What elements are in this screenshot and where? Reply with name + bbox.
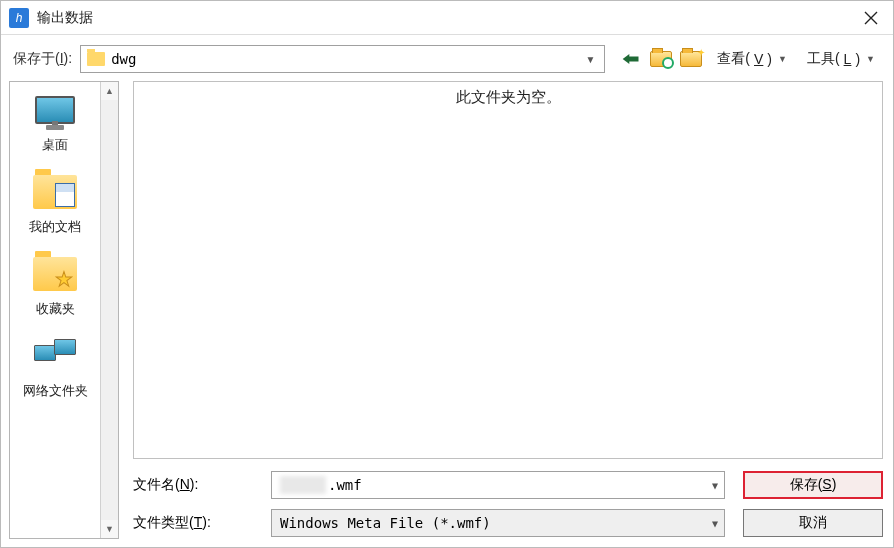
chevron-down-icon: ▼ [866,54,875,64]
close-button[interactable] [857,4,885,32]
body-area: 桌面 我的文档 收藏夹 网络文件夹 ▲ ▼ [1,81,893,547]
places-label: 我的文档 [29,218,81,236]
scroll-track[interactable] [101,100,118,520]
main-panel: 此文件夹为空。 文件名(N): .wmf ▼ 保存(S) [119,81,893,547]
redacted-text [280,476,326,494]
svg-rect-0 [629,57,639,62]
bottom-controls: 文件名(N): .wmf ▼ 保存(S) 文件类型(T): Wind [133,471,883,537]
scroll-down-icon[interactable]: ▼ [101,520,118,538]
search-folder-icon [650,51,672,67]
places-favorites[interactable]: 收藏夹 [12,254,98,318]
window-title: 输出数据 [37,9,857,27]
title-bar: h 输出数据 [1,1,893,35]
chevron-down-icon: ▼ [712,480,718,491]
location-toolbar: 保存于(I): dwg ▼ 查看(V) ▼ 工具(L) ▼ [1,35,893,81]
nav-icons-group [619,48,703,70]
filename-input[interactable]: .wmf ▼ [271,471,725,499]
cancel-button[interactable]: 取消 [743,509,883,537]
view-menu-button[interactable]: 查看(V) ▼ [711,47,793,71]
places-documents[interactable]: 我的文档 [12,172,98,236]
filetype-value: Windows Meta File (*.wmf) [280,515,491,531]
filetype-row: 文件类型(T): Windows Meta File (*.wmf) ▼ 取消 [133,509,883,537]
places-list: 桌面 我的文档 收藏夹 网络文件夹 [10,82,100,538]
network-icon [34,339,76,373]
places-label: 桌面 [42,136,68,154]
filename-label: 文件名(N): [133,476,253,494]
app-icon: h [9,8,29,28]
places-bar: 桌面 我的文档 收藏夹 网络文件夹 ▲ ▼ [9,81,119,539]
documents-icon [33,175,77,209]
folder-icon [87,52,105,66]
chevron-down-icon: ▼ [712,518,718,529]
places-label: 收藏夹 [36,300,75,318]
new-folder-button[interactable] [679,48,703,70]
close-icon [864,11,878,25]
places-label: 网络文件夹 [23,382,88,400]
back-arrow-icon [621,51,641,67]
filetype-combo[interactable]: Windows Meta File (*.wmf) ▼ [271,509,725,537]
scroll-up-icon[interactable]: ▲ [101,82,118,100]
chevron-down-icon: ▼ [778,54,787,64]
dialog-export-data: h 输出数据 保存于(I): dwg ▼ 查看(V) ▼ [0,0,894,548]
desktop-icon [35,96,75,124]
save-in-combo[interactable]: dwg ▼ [80,45,605,73]
new-folder-icon [680,51,702,67]
filetype-label: 文件类型(T): [133,514,253,532]
places-network[interactable]: 网络文件夹 [12,336,98,400]
back-button[interactable] [619,48,643,70]
save-button[interactable]: 保存(S) [743,471,883,499]
file-list-view[interactable]: 此文件夹为空。 [133,81,883,459]
places-desktop[interactable]: 桌面 [12,90,98,154]
tools-menu-button[interactable]: 工具(L) ▼ [801,47,881,71]
save-in-label: 保存于(I): [13,50,72,68]
filename-row: 文件名(N): .wmf ▼ 保存(S) [133,471,883,499]
favorites-icon [33,257,77,291]
places-scrollbar[interactable]: ▲ ▼ [100,82,118,538]
search-folder-button[interactable] [649,48,673,70]
filename-value: .wmf [328,477,362,493]
chevron-down-icon: ▼ [582,54,598,65]
save-in-value: dwg [111,51,576,67]
empty-folder-msg: 此文件夹为空。 [456,88,561,458]
